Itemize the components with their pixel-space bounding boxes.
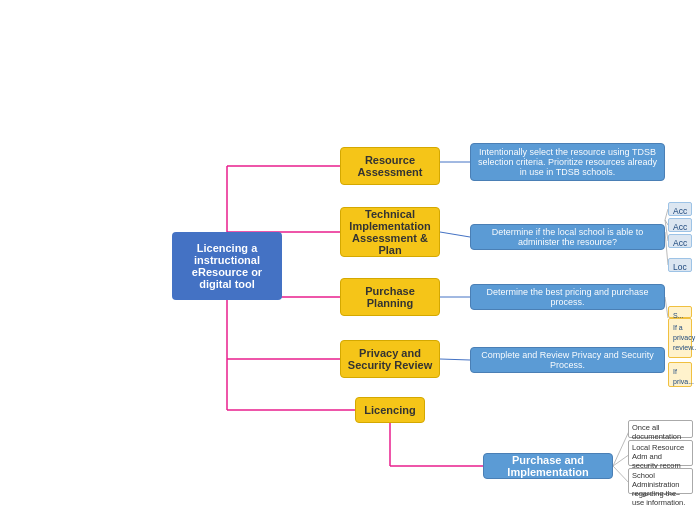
bottom-note-school-admin: School Administration regarding the use … <box>628 468 693 494</box>
desc-tech-text: Determine if the local school is able to… <box>475 227 660 247</box>
purchase-impl-node: Purchase and Implementation <box>483 453 613 479</box>
acc3-label: Acc <box>673 238 687 248</box>
acc-box-2: Acc <box>668 218 692 232</box>
acc1-label: Acc <box>673 206 687 216</box>
purchase-note-text: S... <box>673 312 684 319</box>
note-recurrence-text: If priva... <box>673 368 694 385</box>
loc-label: Loc <box>673 262 687 272</box>
desc-resource: Intentionally select the resource using … <box>470 143 665 181</box>
bottom-note3-text: School Administration regarding the use … <box>632 471 685 507</box>
svg-line-14 <box>440 232 470 237</box>
purchase-note: S... <box>668 306 692 318</box>
purchase-impl-label: Purchase and Implementation <box>484 454 612 478</box>
tech-impl-label: Technical Implementation Assessment & Pl… <box>341 208 439 256</box>
acc-box-1: Acc <box>668 202 692 216</box>
bottom-note-local-resource: Local Resource Adm and security recom on… <box>628 440 693 466</box>
note-if-privacy: If a privacy review... <box>668 318 692 358</box>
note-if-privacy-text: If a privacy review... <box>673 324 696 351</box>
privacy-security-label: Privacy and Security Review <box>341 347 439 371</box>
desc-privacy-text: Complete and Review Privacy and Security… <box>475 350 660 370</box>
purchase-planning-node: Purchase Planning <box>340 278 440 316</box>
resource-assessment-label: Resource Assessment <box>341 154 439 178</box>
desc-privacy: Complete and Review Privacy and Security… <box>470 347 665 373</box>
desc-tech: Determine if the local school is able to… <box>470 224 665 250</box>
bottom-note-once-all: Once all documentation (Privacy and Secu… <box>628 420 693 438</box>
tech-impl-node: Technical Implementation Assessment & Pl… <box>340 207 440 257</box>
desc-resource-text: Intentionally select the resource using … <box>475 147 660 177</box>
acc-box-3: Acc <box>668 234 692 248</box>
main-node-label: Licencing a instructional eResource or d… <box>178 242 276 290</box>
connector-lines <box>0 0 696 520</box>
privacy-security-node: Privacy and Security Review <box>340 340 440 378</box>
diagram-container: Licencing a instructional eResource or d… <box>0 0 696 520</box>
licencing-node: Licencing <box>355 397 425 423</box>
svg-line-16 <box>440 359 470 360</box>
purchase-planning-label: Purchase Planning <box>341 285 439 309</box>
note-recurrence: If priva... <box>668 362 692 387</box>
main-node: Licencing a instructional eResource or d… <box>172 232 282 300</box>
resource-assessment-node: Resource Assessment <box>340 147 440 185</box>
loc-box: Loc <box>668 258 692 272</box>
acc2-label: Acc <box>673 222 687 232</box>
licencing-label: Licencing <box>364 404 415 416</box>
desc-purchase: Determine the best pricing and purchase … <box>470 284 665 310</box>
desc-purchase-text: Determine the best pricing and purchase … <box>475 287 660 307</box>
